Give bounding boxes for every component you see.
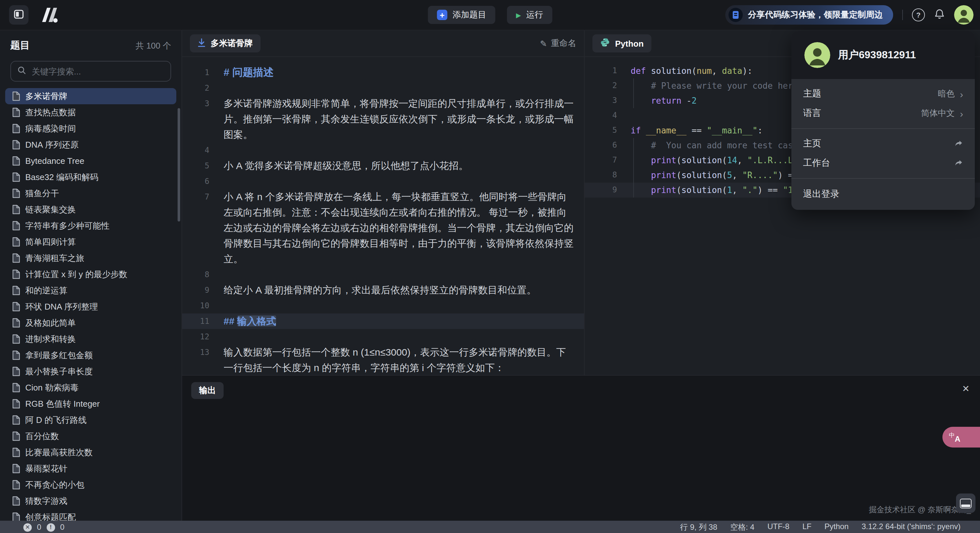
sidebar-item-label: 简单四则计算 [25, 236, 76, 248]
menu-item-language[interactable]: 语言 简体中文 › [791, 104, 975, 123]
menu-item-theme[interactable]: 主题 暗色 › [791, 84, 975, 104]
encoding[interactable]: UTF-8 [767, 522, 789, 533]
bell-icon[interactable] [934, 8, 945, 21]
error-count: 0 [37, 523, 41, 532]
sidebar-item[interactable]: 链表聚集交换 [5, 201, 176, 217]
line-number: 7 [182, 189, 209, 267]
sidebar-item[interactable]: Bytedance Tree [5, 153, 176, 169]
line-number: 4 [182, 143, 209, 158]
language-tab[interactable]: Python [592, 34, 651, 52]
sidebar-item-label: 字符串有多少种可能性 [25, 220, 110, 232]
file-icon [12, 496, 20, 506]
app-logo[interactable] [38, 6, 60, 23]
sidebar-item[interactable]: 查找热点数据 [5, 104, 176, 121]
line-number: 1 [585, 63, 617, 78]
panel-bottom-icon [960, 498, 972, 508]
problem-pane-header: 多米诺骨牌 ✎ 重命名 [182, 30, 584, 57]
add-problem-label: 添加题目 [452, 9, 486, 21]
rename-button[interactable]: ✎ 重命名 [540, 38, 576, 49]
code-line-text: if __name__ == "__main__": [631, 123, 762, 138]
sidebar-item[interactable]: 和的逆运算 [5, 282, 176, 298]
problem-tab-label: 多米诺骨牌 [211, 38, 253, 49]
problem-tab[interactable]: 多米诺骨牌 [190, 34, 261, 52]
sidebar-item[interactable]: 及格如此简单 [5, 315, 176, 331]
markdown-line: 8 [182, 267, 584, 282]
problem-editor[interactable]: 1# 问题描述23多米诺骨牌游戏规则非常简单，将骨牌按一定间距的尺寸排成单行，或… [182, 57, 584, 375]
line-number: 1 [182, 65, 209, 80]
sidebar-item-label: 病毒感染时间 [25, 123, 76, 134]
sidebar-toggle-button[interactable] [9, 5, 29, 25]
preferences-section: 主题 暗色 › 语言 简体中文 › [791, 79, 975, 128]
sidebar-item[interactable]: 比赛最高获胜次数 [5, 444, 176, 460]
sidebar-item[interactable]: 青海湖租车之旅 [5, 250, 176, 266]
sidebar-item[interactable]: 猜数字游戏 [5, 493, 176, 509]
translate-widget[interactable]: 中A [942, 427, 980, 447]
interpreter-version[interactable]: 3.12.2 64-bit ('shims': pyenv) [862, 522, 961, 533]
close-output-icon[interactable]: ✕ [962, 383, 970, 394]
sidebar-item-label: 及格如此简单 [25, 317, 76, 329]
error-icon: ✕ [23, 523, 32, 531]
file-icon [12, 334, 20, 344]
markdown-download-icon [198, 38, 205, 49]
file-icon [12, 108, 20, 117]
line-number: 10 [182, 298, 209, 314]
sidebar-item[interactable]: 拿到最多红包金额 [5, 347, 176, 363]
search-box[interactable] [10, 61, 171, 82]
menu-avatar [804, 42, 830, 68]
indent-setting[interactable]: 空格: 4 [730, 522, 754, 533]
sidebar-item[interactable]: RGB 色值转 Integer [5, 396, 176, 412]
user-avatar[interactable] [954, 5, 974, 25]
logout-button[interactable]: 退出登录 [791, 182, 975, 206]
sidebar-item[interactable]: 病毒感染时间 [5, 121, 176, 136]
sidebar-item[interactable]: Base32 编码和解码 [5, 169, 176, 185]
sidebar-item[interactable]: Cion 勒索病毒 [5, 379, 176, 396]
markdown-line-text: 多米诺骨牌游戏规则非常简单，将骨牌按一定间距的尺寸排成单行，或分行排成一片。推倒… [224, 96, 574, 143]
menu-item-home[interactable]: 主页 [791, 134, 975, 154]
sidebar-item[interactable]: 最小替换子串长度 [5, 363, 176, 379]
add-problem-button[interactable]: + 添加题目 [428, 6, 495, 24]
run-button[interactable]: ▶ 运行 [507, 6, 552, 24]
eol-setting[interactable]: LF [802, 522, 811, 533]
markdown-line-text [224, 143, 574, 158]
menu-item-workbench[interactable]: 工作台 [791, 154, 975, 173]
sidebar-item[interactable]: 计算位置 x 到 y 的最少步数 [5, 266, 176, 282]
file-icon [12, 480, 20, 490]
markdown-line: 10 [182, 298, 584, 314]
sidebar-item[interactable]: 创意标题匹配 [5, 509, 176, 521]
sidebar-item[interactable]: 简单四则计算 [5, 234, 176, 250]
line-number: 8 [585, 168, 617, 182]
cursor-position[interactable]: 行 9, 列 38 [680, 522, 718, 533]
sidebar-item[interactable]: 多米诺骨牌 [5, 88, 176, 104]
file-icon [12, 318, 20, 328]
python-icon [600, 38, 610, 49]
sidebar-item[interactable]: 进制求和转换 [5, 331, 176, 347]
sidebar-item[interactable]: 不再贪心的小包 [5, 477, 176, 493]
sidebar-item[interactable]: 阿 D 的飞行路线 [5, 412, 176, 428]
file-icon [12, 383, 20, 392]
sidebar-item[interactable]: 猫鱼分干 [5, 185, 176, 201]
markdown-line: 2 [182, 80, 584, 96]
sidebar-item[interactable]: 百分位数 [5, 428, 176, 444]
search-input[interactable] [30, 66, 164, 77]
sidebar-item-label: 环状 DNA 序列整理 [25, 301, 98, 313]
sidebar-item[interactable]: 环状 DNA 序列整理 [5, 298, 176, 315]
help-icon[interactable]: ? [912, 8, 925, 21]
output-panel: 输出 ✕ [182, 375, 980, 521]
language-tab-label: Python [615, 38, 644, 48]
sidebar-item[interactable]: 暴雨梨花针 [5, 460, 176, 477]
sidebar-item[interactable]: 字符串有多少种可能性 [5, 217, 176, 234]
markdown-line: 12 [182, 329, 584, 344]
output-tab[interactable]: 输出 [191, 382, 224, 399]
sidebar-item[interactable]: DNA 序列还原 [5, 136, 176, 153]
line-number: 9 [585, 182, 617, 198]
file-icon [12, 172, 20, 182]
markdown-line-text: 小 A 将 n 个多米诺骨牌放在一条线上，每一块都垂直竖立。他同时将一些骨牌向左… [224, 189, 574, 267]
sidebar-scrollbar[interactable] [178, 108, 180, 222]
badge-icon [729, 8, 743, 22]
line-number: 9 [182, 282, 209, 298]
warning-icon: ! [46, 523, 55, 531]
warning-count: 0 [60, 523, 64, 532]
language-mode[interactable]: Python [824, 522, 849, 533]
promo-banner[interactable]: 分享代码练习体验，领限量定制周边 [725, 5, 893, 25]
panel-toggle-button[interactable] [956, 493, 975, 513]
